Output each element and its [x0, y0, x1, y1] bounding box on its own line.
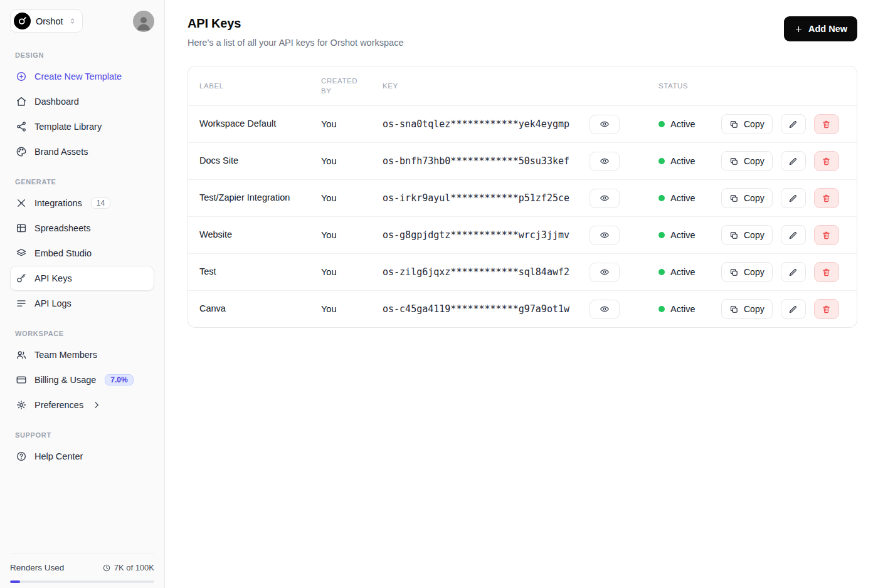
copy-key-button[interactable]: Copy: [721, 262, 773, 282]
edit-key-button[interactable]: [781, 114, 806, 134]
workspace-switcher[interactable]: Orshot: [10, 9, 83, 33]
reveal-key-button[interactable]: [590, 300, 620, 319]
chevron-updown-icon: [68, 17, 77, 25]
copy-key-button[interactable]: Copy: [721, 114, 773, 134]
section-title-workspace: WORKSPACE: [15, 330, 149, 337]
sidebar-item-team-members[interactable]: Team Members: [10, 342, 154, 367]
edit-key-button[interactable]: [781, 299, 806, 319]
sidebar-item-brand-assets[interactable]: Brand Assets: [10, 139, 154, 164]
renders-used-row: Renders Used 7K of 100K: [10, 563, 154, 572]
trash-icon: [822, 157, 831, 166]
status-dot: [658, 158, 665, 164]
copy-icon: [729, 157, 739, 166]
renders-usage: 7K of 100K: [102, 563, 154, 572]
column-header-status: STATUS: [658, 81, 721, 91]
reveal-key-button[interactable]: [590, 263, 620, 282]
reveal-key-button[interactable]: [590, 189, 620, 208]
palette-icon: [16, 146, 27, 157]
sidebar-item-label: Billing & Usage: [34, 375, 96, 385]
table-row: CanvaYouos-c45ga4119************g97a9ot1…: [188, 290, 857, 327]
key-value: os-sna0tqlez************yek4eygmp: [383, 118, 569, 130]
cell-actions: Copy: [721, 225, 857, 245]
sidebar-item-help-center[interactable]: Help Center: [10, 444, 154, 469]
delete-key-button[interactable]: [814, 225, 839, 245]
cell-created-by: You: [321, 156, 383, 166]
sidebar-item-create-new-template[interactable]: Create New Template: [10, 64, 154, 89]
copy-key-button[interactable]: Copy: [721, 188, 773, 208]
copy-button-label: Copy: [744, 156, 764, 166]
cell-label: Test/Zapier Integration: [199, 191, 321, 204]
key-icon: [16, 273, 27, 284]
edit-key-button[interactable]: [781, 262, 806, 282]
eye-icon: [600, 304, 610, 314]
copy-key-button[interactable]: Copy: [721, 225, 773, 245]
status-dot: [658, 306, 665, 312]
status-label: Active: [670, 156, 696, 166]
delete-key-button[interactable]: [814, 151, 839, 171]
user-avatar[interactable]: [133, 11, 154, 32]
sidebar-item-label: Spreadsheets: [34, 223, 90, 233]
cell-actions: Copy: [721, 262, 857, 282]
sidebar-item-label: Help Center: [34, 451, 83, 461]
key-label: Website: [199, 229, 232, 239]
orshot-logo-icon: [14, 13, 31, 29]
renders-usage-value: 7K of 100K: [114, 563, 154, 572]
delete-key-button[interactable]: [814, 299, 839, 319]
sidebar-item-spreadsheets[interactable]: Spreadsheets: [10, 216, 154, 241]
delete-key-button[interactable]: [814, 188, 839, 208]
cell-key: os-zilg6jqxz************sql84awf2: [383, 263, 658, 282]
sidebar-item-template-library[interactable]: Template Library: [10, 114, 154, 139]
sidebar-item-billing-usage[interactable]: Billing & Usage7.0%: [10, 367, 154, 392]
cell-actions: Copy: [721, 114, 857, 134]
table-row: WebsiteYouos-g8gpjdgtz************wrcj3j…: [188, 216, 857, 253]
renders-progress-bar: [10, 580, 154, 583]
badge-billing-usage: 7.0%: [105, 374, 133, 386]
sidebar: Orshot DESIGNCreate New TemplateDashboar…: [0, 0, 165, 588]
pencil-icon: [788, 268, 798, 277]
copy-key-button[interactable]: Copy: [721, 151, 773, 171]
edit-key-button[interactable]: [781, 225, 806, 245]
renders-used-label: Renders Used: [10, 563, 64, 572]
edit-key-button[interactable]: [781, 151, 806, 171]
table-row: Test/Zapier IntegrationYouos-irkr9ayul**…: [188, 179, 857, 216]
sidebar-footer: Renders Used 7K of 100K: [10, 554, 154, 588]
page-header: API Keys Here's a list of all your API k…: [188, 16, 857, 48]
eye-icon: [600, 119, 610, 129]
column-header-label: LABEL: [199, 81, 321, 92]
cell-key: os-bnfh73hb0************50su33kef: [383, 152, 658, 171]
table-row: TestYouos-zilg6jqxz************sql84awf2…: [188, 253, 857, 290]
cell-actions: Copy: [721, 299, 857, 319]
sidebar-item-integrations[interactable]: Integrations14: [10, 191, 154, 216]
sidebar-item-api-logs[interactable]: API Logs: [10, 291, 154, 316]
copy-button-label: Copy: [744, 193, 764, 203]
add-new-button[interactable]: Add New: [784, 16, 857, 41]
cell-label: Test: [199, 265, 321, 278]
delete-key-button[interactable]: [814, 262, 839, 282]
page-title: API Keys: [188, 16, 403, 31]
delete-key-button[interactable]: [814, 114, 839, 134]
page-header-text: API Keys Here's a list of all your API k…: [188, 16, 403, 48]
sidebar-item-api-keys[interactable]: API Keys: [10, 266, 154, 291]
cell-status: Active: [658, 156, 721, 166]
key-value: os-g8gpjdgtz************wrcj3jjmv: [383, 229, 569, 241]
edit-key-button[interactable]: [781, 188, 806, 208]
help-icon: [16, 451, 27, 462]
trash-icon: [822, 194, 831, 203]
table-row: Docs SiteYouos-bnfh73hb0************50su…: [188, 142, 857, 179]
reveal-key-button[interactable]: [590, 115, 620, 134]
copy-icon: [729, 305, 739, 314]
sidebar-item-dashboard[interactable]: Dashboard: [10, 89, 154, 114]
sidebar-item-label: Integrations: [34, 198, 82, 208]
cell-status: Active: [658, 119, 721, 129]
cell-key: os-c45ga4119************g97a9ot1w: [383, 300, 658, 319]
sidebar-item-preferences[interactable]: Preferences: [10, 392, 154, 417]
reveal-key-button[interactable]: [590, 152, 620, 171]
reveal-key-button[interactable]: [590, 226, 620, 245]
status-dot: [658, 269, 665, 275]
sidebar-item-embed-studio[interactable]: Embed Studio: [10, 241, 154, 266]
status-label: Active: [670, 304, 696, 314]
cell-status: Active: [658, 230, 721, 240]
copy-key-button[interactable]: Copy: [721, 299, 773, 319]
plus-circle-icon: [16, 71, 27, 82]
badge-integrations: 14: [91, 197, 110, 209]
